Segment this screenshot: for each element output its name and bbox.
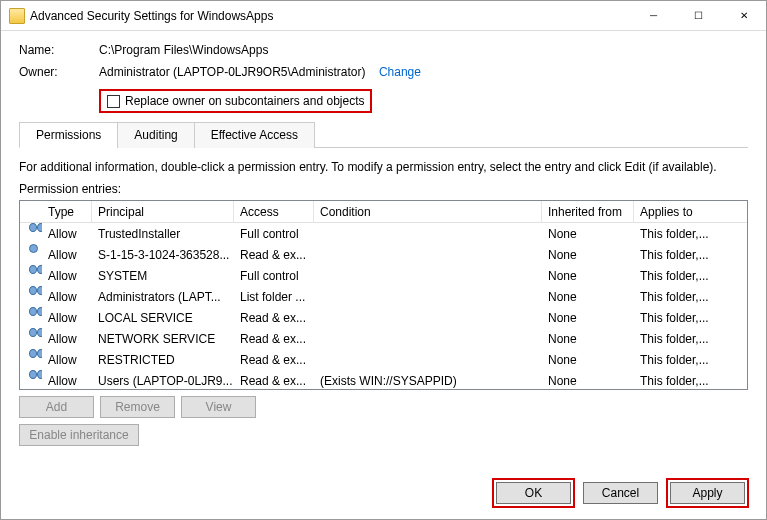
tab-auditing[interactable]: Auditing <box>117 122 194 148</box>
cell-condition <box>314 349 542 371</box>
footer-buttons: OK Cancel Apply <box>492 478 749 508</box>
window-title: Advanced Security Settings for WindowsAp… <box>30 9 631 23</box>
cell-principal: Administrators (LAPT... <box>92 286 234 308</box>
permission-grid: Type Principal Access Condition Inherite… <box>19 200 748 390</box>
cell-type: Allow <box>42 370 92 391</box>
cell-inherited: None <box>542 223 634 245</box>
principal-icon <box>29 328 42 342</box>
table-row[interactable]: AllowLOCAL SERVICERead & ex...NoneThis f… <box>20 307 747 328</box>
folder-icon <box>9 8 25 24</box>
cell-applies: This folder,... <box>634 307 714 329</box>
cell-principal: TrustedInstaller <box>92 223 234 245</box>
grid-body[interactable]: AllowTrustedInstallerFull controlNoneThi… <box>20 223 747 390</box>
content-area: Name: C:\Program Files\WindowsApps Owner… <box>1 31 766 446</box>
titlebar: Advanced Security Settings for WindowsAp… <box>1 1 766 31</box>
table-row[interactable]: AllowRESTRICTEDRead & ex...NoneThis fold… <box>20 349 747 370</box>
cell-access: Full control <box>234 223 314 245</box>
owner-value: Administrator (LAPTOP-0LJR9OR5\Administr… <box>99 65 748 79</box>
replace-owner-highlight: Replace owner on subcontainers and objec… <box>99 89 372 113</box>
cell-condition <box>314 265 542 287</box>
name-value: C:\Program Files\WindowsApps <box>99 43 748 57</box>
cell-principal: RESTRICTED <box>92 349 234 371</box>
cell-applies: This folder,... <box>634 349 714 371</box>
table-row[interactable]: AllowTrustedInstallerFull controlNoneThi… <box>20 223 747 244</box>
cancel-button[interactable]: Cancel <box>583 482 658 504</box>
table-row[interactable]: AllowNETWORK SERVICERead & ex...NoneThis… <box>20 328 747 349</box>
enable-inheritance-button[interactable]: Enable inheritance <box>19 424 139 446</box>
change-link[interactable]: Change <box>379 65 421 79</box>
replace-owner-checkbox[interactable] <box>107 95 120 108</box>
cell-inherited: None <box>542 244 634 266</box>
cell-inherited: None <box>542 307 634 329</box>
table-row[interactable]: AllowAdministrators (LAPT...List folder … <box>20 286 747 307</box>
replace-owner-label: Replace owner on subcontainers and objec… <box>125 94 364 108</box>
col-inherited[interactable]: Inherited from <box>542 201 634 223</box>
principal-icon <box>29 286 42 300</box>
cell-applies: This folder,... <box>634 328 714 350</box>
apply-button[interactable]: Apply <box>670 482 745 504</box>
cell-applies: This folder,... <box>634 370 714 391</box>
principal-icon <box>29 244 42 258</box>
cell-access: Read & ex... <box>234 307 314 329</box>
tab-permissions[interactable]: Permissions <box>19 122 118 148</box>
close-button[interactable]: ✕ <box>721 1 766 30</box>
cell-principal: S-1-15-3-1024-363528... <box>92 244 234 266</box>
col-principal[interactable]: Principal <box>92 201 234 223</box>
cell-applies: This folder,... <box>634 286 714 308</box>
col-condition[interactable]: Condition <box>314 201 542 223</box>
cell-access: Read & ex... <box>234 370 314 391</box>
cell-principal: NETWORK SERVICE <box>92 328 234 350</box>
grid-header: Type Principal Access Condition Inherite… <box>20 201 747 223</box>
table-row[interactable]: AllowSYSTEMFull controlNoneThis folder,.… <box>20 265 747 286</box>
maximize-button[interactable]: ☐ <box>676 1 721 30</box>
table-row[interactable]: AllowS-1-15-3-1024-363528...Read & ex...… <box>20 244 747 265</box>
cell-access: Read & ex... <box>234 244 314 266</box>
cell-condition <box>314 244 542 266</box>
tab-effective-access[interactable]: Effective Access <box>194 122 315 148</box>
cell-type: Allow <box>42 286 92 308</box>
cell-access: Read & ex... <box>234 349 314 371</box>
cell-access: Read & ex... <box>234 328 314 350</box>
cell-principal: Users (LAPTOP-0LJR9... <box>92 370 234 391</box>
cell-type: Allow <box>42 328 92 350</box>
col-applies[interactable]: Applies to <box>634 201 714 223</box>
cell-inherited: None <box>542 265 634 287</box>
ok-highlight: OK <box>492 478 575 508</box>
add-button[interactable]: Add <box>19 396 94 418</box>
cell-type: Allow <box>42 307 92 329</box>
principal-icon <box>29 370 42 384</box>
cell-condition <box>314 286 542 308</box>
remove-button[interactable]: Remove <box>100 396 175 418</box>
principal-icon <box>29 265 42 279</box>
view-button[interactable]: View <box>181 396 256 418</box>
cell-condition <box>314 307 542 329</box>
cell-inherited: None <box>542 286 634 308</box>
ok-button[interactable]: OK <box>496 482 571 504</box>
table-row[interactable]: AllowUsers (LAPTOP-0LJR9...Read & ex...(… <box>20 370 747 390</box>
cell-type: Allow <box>42 265 92 287</box>
principal-icon <box>29 223 42 237</box>
cell-condition: (Exists WIN://SYSAPPID) <box>314 370 542 391</box>
principal-icon <box>29 307 42 321</box>
info-text: For additional information, double-click… <box>19 160 748 174</box>
minimize-button[interactable]: ─ <box>631 1 676 30</box>
entries-label: Permission entries: <box>19 182 748 196</box>
name-label: Name: <box>19 43 99 57</box>
cell-access: Full control <box>234 265 314 287</box>
cell-inherited: None <box>542 328 634 350</box>
col-type[interactable]: Type <box>42 201 92 223</box>
cell-applies: This folder,... <box>634 223 714 245</box>
col-access[interactable]: Access <box>234 201 314 223</box>
cell-type: Allow <box>42 349 92 371</box>
cell-condition <box>314 328 542 350</box>
cell-applies: This folder,... <box>634 265 714 287</box>
cell-type: Allow <box>42 244 92 266</box>
cell-access: List folder ... <box>234 286 314 308</box>
cell-principal: SYSTEM <box>92 265 234 287</box>
cell-condition <box>314 223 542 245</box>
cell-principal: LOCAL SERVICE <box>92 307 234 329</box>
owner-text: Administrator (LAPTOP-0LJR9OR5\Administr… <box>99 65 366 79</box>
owner-label: Owner: <box>19 65 99 79</box>
apply-highlight: Apply <box>666 478 749 508</box>
cell-inherited: None <box>542 370 634 391</box>
